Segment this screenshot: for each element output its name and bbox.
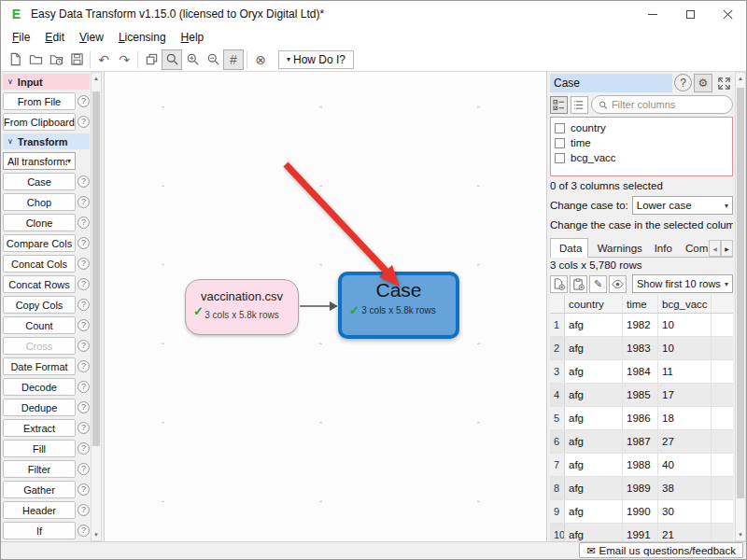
transform-item-button[interactable]: Date Format	[3, 357, 76, 375]
table-row[interactable]: 1 afg 1982 10	[550, 314, 733, 337]
zoom-in-button[interactable]	[182, 49, 203, 70]
transform-item-button[interactable]: Header	[3, 501, 76, 519]
scroll-down-icon[interactable]: ▼	[93, 529, 99, 540]
show-rows-dropdown[interactable]: Show first 10 rows ▾	[632, 274, 733, 293]
table-row[interactable]: 5 afg 1986 18	[550, 407, 733, 430]
open-recent-button[interactable]	[46, 49, 66, 70]
view-data-button[interactable]	[609, 275, 627, 293]
transform-item-button[interactable]: Cross	[3, 337, 76, 355]
save-button[interactable]	[66, 49, 87, 70]
transform-item-button[interactable]: Clone	[3, 214, 76, 231]
canvas[interactable]: ✓ vaccination.csv 3 cols x 5.8k rows ✓ C…	[104, 72, 546, 541]
help-icon[interactable]: ?	[78, 422, 90, 434]
table-row[interactable]: 4 afg 1985 17	[550, 384, 733, 407]
select-columns-view-button[interactable]	[550, 96, 568, 114]
how-do-i-button[interactable]: ▾ How Do I?	[278, 50, 354, 69]
column-checkbox-item[interactable]: bcg_vacc	[555, 150, 728, 165]
help-icon[interactable]: ?	[78, 340, 90, 352]
help-icon[interactable]: ?	[78, 442, 90, 455]
duplicate-button[interactable]	[141, 49, 162, 70]
transform-item-button[interactable]: Decode	[3, 378, 76, 396]
scroll-up-icon[interactable]: ▲	[93, 73, 99, 84]
transform-item-button[interactable]: Gather	[3, 481, 76, 498]
help-icon[interactable]: ?	[78, 116, 90, 128]
new-file-button[interactable]	[5, 49, 25, 70]
help-icon[interactable]: ?	[78, 360, 90, 372]
transform-item-button[interactable]: Extract	[3, 419, 76, 437]
copy-data-button[interactable]	[550, 275, 568, 293]
table-row[interactable]: 8 afg 1989 38	[550, 477, 733, 500]
column-header[interactable]: time	[623, 295, 658, 313]
input-section-header[interactable]: ∨ Input	[3, 74, 90, 90]
transform-item-button[interactable]: Count	[3, 316, 76, 334]
scroll-down-icon[interactable]: ▼	[738, 529, 743, 540]
list-view-button[interactable]	[571, 96, 588, 114]
transform-item-button[interactable]: Fill	[3, 440, 76, 457]
help-icon[interactable]: ?	[78, 504, 90, 516]
help-icon[interactable]: ?	[78, 278, 90, 290]
help-icon[interactable]: ?	[78, 175, 90, 188]
close-button[interactable]	[709, 1, 746, 27]
column-header[interactable]: country	[565, 295, 623, 313]
minimize-button[interactable]	[634, 1, 671, 27]
help-icon[interactable]: ?	[78, 95, 90, 107]
transform-filter-dropdown[interactable]: All transforms ▾	[3, 152, 76, 170]
table-row[interactable]: 9 afg 1990 30	[550, 500, 733, 524]
edit-data-button[interactable]: ✎	[589, 275, 607, 293]
checkbox[interactable]	[555, 153, 565, 163]
right-panel-scrollbar[interactable]: ▲ ▼	[735, 72, 746, 541]
transform-item-button[interactable]: Chop	[3, 193, 76, 211]
menu-item[interactable]: File	[5, 28, 37, 47]
node-vaccination-csv[interactable]: ✓ vaccination.csv 3 cols x 5.8k rows	[185, 279, 299, 335]
zoom-out-button[interactable]	[203, 49, 223, 70]
help-icon[interactable]: ?	[78, 381, 90, 393]
table-row[interactable]: 7 afg 1988 40	[550, 454, 733, 477]
table-row[interactable]: 2 afg 1983 10	[550, 337, 733, 360]
transform-item-button[interactable]: Compare Cols	[3, 234, 76, 252]
help-icon[interactable]: ?	[78, 196, 90, 208]
tab-scroll-right-button[interactable]: ▶	[721, 240, 733, 257]
transform-section-header[interactable]: ∨ Transform	[3, 133, 90, 149]
filter-columns-input[interactable]	[612, 99, 726, 110]
table-row[interactable]: 6 afg 1987 27	[550, 430, 733, 454]
menu-item[interactable]: Licensing	[111, 28, 174, 47]
menu-item[interactable]: Edit	[37, 28, 72, 47]
redo-button[interactable]: ↷	[114, 49, 134, 70]
transform-item-button[interactable]: Copy Cols	[3, 296, 76, 314]
scroll-up-icon[interactable]: ▲	[738, 73, 743, 84]
panel-help-button[interactable]: ?	[674, 74, 692, 91]
input-item-button[interactable]: From File	[3, 92, 76, 110]
transform-item-button[interactable]: Concat Cols	[3, 255, 76, 273]
cancel-button[interactable]: ⊗	[250, 49, 271, 70]
transform-item-button[interactable]: Filter	[3, 460, 76, 478]
help-icon[interactable]: ?	[78, 258, 90, 270]
help-icon[interactable]: ?	[78, 525, 90, 537]
help-icon[interactable]: ?	[78, 299, 90, 311]
paste-data-button[interactable]	[570, 275, 587, 293]
transform-item-button[interactable]: Dedupe	[3, 399, 76, 416]
panel-settings-button[interactable]: ⚙	[694, 74, 712, 92]
scrollbar-thumb[interactable]	[737, 88, 744, 498]
help-icon[interactable]: ?	[78, 401, 90, 413]
output-tab[interactable]: Warnings	[588, 238, 645, 257]
filter-columns-box[interactable]	[591, 95, 733, 114]
transform-item-button[interactable]: Case	[3, 173, 76, 190]
transform-item-button[interactable]: Concat Rows	[3, 275, 76, 293]
node-case[interactable]: ✓ Case 3 cols x 5.8k rows	[338, 272, 459, 339]
menu-item[interactable]: View	[72, 28, 111, 47]
help-icon[interactable]: ?	[78, 217, 90, 229]
checkbox[interactable]	[555, 138, 565, 148]
search-button[interactable]	[162, 49, 182, 70]
panel-expand-button[interactable]	[714, 74, 733, 92]
output-tab[interactable]: Comments	[679, 238, 709, 257]
open-file-button[interactable]	[25, 49, 46, 70]
change-case-dropdown[interactable]: Lower case ▾	[632, 196, 733, 215]
toggle-grid-button[interactable]: #	[223, 49, 244, 70]
table-row[interactable]: 3 afg 1984 11	[550, 360, 733, 384]
output-tab[interactable]: Info	[645, 238, 679, 257]
scrollbar-thumb[interactable]	[92, 91, 100, 446]
column-checkbox-item[interactable]: time	[555, 135, 728, 150]
input-item-button[interactable]: From Clipboard	[3, 113, 76, 131]
column-header[interactable]: bcg_vacc	[658, 295, 712, 313]
menu-item[interactable]: Help	[174, 28, 212, 47]
